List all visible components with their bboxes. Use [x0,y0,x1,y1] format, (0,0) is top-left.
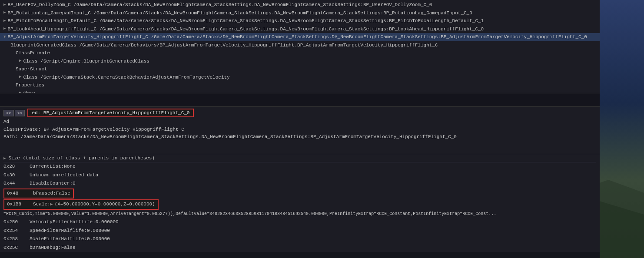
size-bar[interactable]: ▶ Size (total size of class + parents in… [3,154,596,162]
tree-item[interactable]: ▶ Show [0,89,600,94]
row-field: Unknown unreflected data [30,172,98,179]
nav-arrows: << >> [3,110,25,116]
tree-item-label: BlueprintGeneratedClass /Game/Data/Camer… [10,42,438,49]
addr-prefix: Ad [3,119,9,124]
row-value: False [61,244,76,252]
class-private-text: ClassPrivate: BP_AdjustArmFromTargetVelo… [3,127,184,132]
row-field: CurrentList: [30,163,64,171]
row-field: VelocityFilterHalflife: [30,218,96,226]
tree-item-label: BP_LookAhead_HippogriffFlight_C /Game/Da… [7,26,484,33]
nav-back-button[interactable]: << [3,110,14,116]
gap-section [0,93,600,106]
selected-label-text: ed: BP_AdjustArmFromTargetvelocity_Hippo… [32,110,189,116]
tree-item-label: BP_AdjustArmFromTargetVelocity_Hippogrif… [7,33,587,41]
data-row-0x250: 0x250 VelocityFilterHalflife: 0.000000 [3,218,596,227]
row-field: ScaleFilterHalflife: [30,235,87,243]
tree-item-label: ClassPrivate [16,50,50,57]
tree-section: ▶ BP_UserFOV_DollyZoom_C /Game/Data/Came… [0,0,600,93]
tree-item[interactable]: SuperStruct [0,65,600,73]
path-line: Path: /Game/Data/Camera/Stacks/DA_NewBro… [3,133,596,141]
tree-item-label: BP_PitchToFocalLength_Default_C /Game/Da… [7,17,484,25]
row-field: bDrawDebug: [30,244,61,252]
row-offset: 0x48 [7,190,33,198]
row-field: bPaused: [33,190,56,198]
row-value: 0.000000 [87,227,110,235]
tree-item-label: Class /Script/Engine.BlueprintGeneratedC… [23,58,149,65]
path-text: Path: /Game/Data/Camera/Stacks/DA_NewBro… [3,134,457,139]
row-field: DisableCounter: [30,180,73,188]
row-field: Scale: [33,201,50,208]
tree-arrow: ▶ [3,10,6,16]
row-offset: 0x250 [3,218,30,226]
data-row-0x25c: 0x25C bDrawDebug: False [3,244,596,252]
row-field: SpeedFilterHalflife: [30,227,87,235]
row-offset: 0x258 [3,235,30,243]
size-label: Size (total size of class + parents in p… [8,155,155,161]
data-row-0x28: 0x28 CurrentList: None [3,162,596,171]
data-row-0x48: 0x48 bPaused: False [3,188,596,199]
tree-arrow-open: ▼ [3,34,6,40]
row-offset: 0x25C [3,244,30,252]
size-arrow-icon: ▶ [3,156,6,161]
data-row-long: =RCIM_Cubic,Time=5.000000,Value=1.000000… [3,210,596,218]
row-value: (X=50.000000,Y=0.000000,Z=0.000000) [55,201,155,208]
tree-item[interactable]: ▶ BP_UserFOV_DollyZoom_C /Game/Data/Came… [0,1,600,9]
tree-item-label: BP_UserFOV_DollyZoom_C /Game/Data/Camera… [7,1,432,9]
row-offset: 0x28 [3,163,30,171]
tree-arrow: ▶ [3,26,6,32]
data-section: ▶ Size (total size of class + parents in… [0,154,600,252]
tree-item[interactable]: ▶ BP_PitchToFocalLength_Default_C /Game/… [0,17,600,25]
row-offset: 0x1B8 [7,201,33,208]
data-row-0x44: 0x44 DisableCounter: 0 [3,179,596,188]
row-value: 0.000000 [87,235,110,243]
tree-item[interactable]: Properties [0,81,600,89]
tree-item-label: Properties [16,82,44,89]
tree-item-label: BP_RotationLag_GamepadInput_C /Game/Data… [7,10,472,17]
tree-item[interactable]: ▶ Class /Script/CameraStack.CameraStackB… [0,73,600,82]
scale-arrow-icon: ▶ [50,201,53,208]
long-value-text: =RCIM_Cubic,Time=5.000000,Value=1.000000… [3,211,496,218]
tree-item-label: SuperStruct [16,66,47,73]
row-value: None [64,163,75,171]
tree-arrow: ▶ [3,2,6,8]
tree-item[interactable]: ▶ BP_LookAhead_HippogriffFlight_C /Game/… [0,25,600,33]
main-panel: ▶ BP_UserFOV_DollyZoom_C /Game/Data/Came… [0,0,600,258]
tree-arrow: ▶ [19,58,21,64]
selected-label-box: ed: BP_AdjustArmFromTargetvelocity_Hippo… [27,109,194,117]
row-value: False [56,190,70,198]
row-offset: 0x30 [3,172,30,179]
nav-forward-button[interactable]: >> [15,110,25,116]
class-private-line: ClassPrivate: BP_AdjustArmFromTargetVelo… [3,126,596,134]
data-row-0x254: 0x254 SpeedFilterHalflife: 0.000000 [3,227,596,235]
tree-arrow: ▶ [19,90,21,93]
row-value: 0 [73,180,76,188]
tree-item[interactable]: BlueprintGeneratedClass /Game/Data/Camer… [0,41,600,50]
tree-item[interactable]: ▶ Class /Script/Engine.BlueprintGenerate… [0,57,600,66]
tree-item-label: Show [23,90,34,94]
row-value: 0.000000 [96,218,119,226]
tree-item[interactable]: ClassPrivate [0,49,600,57]
tree-item-label: Class /Script/CameraStack.CameraStackBeh… [23,74,229,81]
selection-header: << >> ed: BP_AdjustArmFromTargetvelocity… [3,109,596,117]
highlight-box-0x1b8: 0x1B8 Scale: ▶ (X=50.000000,Y=0.000000,Z… [3,199,159,210]
highlight-box-0x48: 0x48 bPaused: False [3,189,74,199]
tree-arrow: ▶ [19,74,21,80]
selection-section: << >> ed: BP_AdjustArmFromTargetvelocity… [0,106,600,154]
data-row-0x1b8: 0x1B8 Scale: ▶ (X=50.000000,Y=0.000000,Z… [3,199,596,210]
tree-item-selected[interactable]: ▼ BP_AdjustArmFromTargetVelocity_Hippogr… [0,33,600,41]
data-row-0x258: 0x258 ScaleFilterHalflife: 0.000000 [3,235,596,244]
addr-line: Ad [3,118,596,126]
data-row-0x30: 0x30 Unknown unreflected data [3,171,596,180]
tree-arrow: ▶ [3,18,6,24]
row-offset: 0x44 [3,180,30,188]
tree-item[interactable]: ▶ BP_RotationLag_GamepadInput_C /Game/Da… [0,9,600,17]
row-offset: 0x254 [3,227,30,235]
